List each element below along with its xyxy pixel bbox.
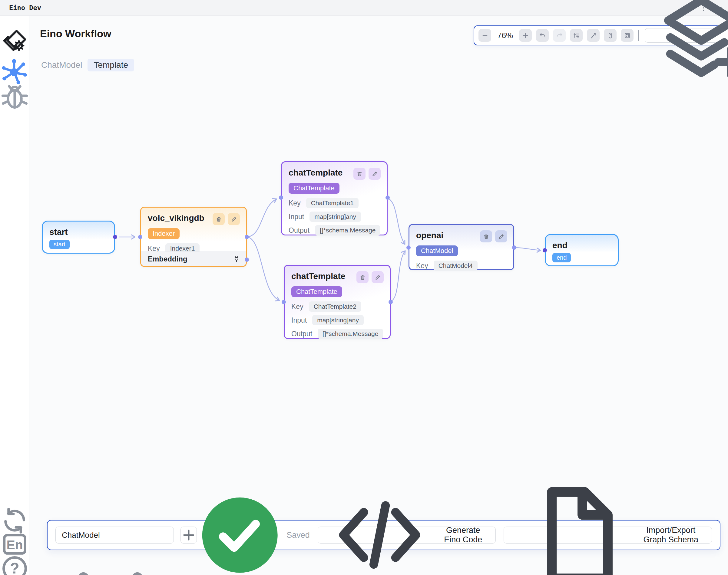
breadcrumb-template-active[interactable]: Template [88, 59, 134, 71]
generate-eino-code-button[interactable]: Generate Eino Code [318, 527, 496, 544]
chattemplate2-output-port[interactable] [388, 300, 393, 304]
undo-button[interactable] [536, 29, 549, 42]
redo-button [553, 29, 566, 42]
node-type-badge: ChatModel [416, 245, 458, 256]
edit-icon [498, 233, 505, 240]
edit-icon [372, 171, 378, 177]
magic-wand-button[interactable] [587, 29, 600, 42]
import-export-graph-schema-button[interactable]: Import/Export Graph Schema [504, 527, 712, 544]
field-label: Input [291, 316, 307, 325]
bottom-action-bar: ChatModel Saved Generate Eino Code Impor… [47, 520, 721, 550]
add-type-button[interactable] [181, 527, 197, 544]
edit-icon [375, 274, 381, 280]
node-field-row: KeyChatTemplate1 [289, 198, 380, 208]
minimap-button[interactable] [621, 29, 634, 42]
breadcrumb-chatmodel[interactable]: ChatModel [40, 59, 83, 71]
node-title: end [552, 240, 568, 250]
eino-logo-icon [0, 27, 29, 56]
code-icon [325, 481, 434, 575]
start-output-port[interactable] [113, 235, 117, 239]
check-circle-icon [197, 492, 283, 575]
zoom-out-button[interactable] [478, 29, 491, 42]
field-value: ChatModel4 [434, 261, 478, 271]
field-label: Key [291, 303, 304, 311]
node-type-select[interactable]: ChatModel [56, 527, 174, 544]
node-type-badge: Indexer [148, 228, 180, 239]
node-chatTemplate2[interactable]: chatTemplateChatTemplateKeyChatTemplate2… [284, 265, 391, 339]
mouse-icon [607, 32, 614, 39]
field-value: ChatTemplate1 [306, 198, 358, 208]
vertical-layout-icon [573, 32, 580, 39]
field-label: Output [289, 226, 310, 235]
volc-vikingdb-embedding-port[interactable] [245, 258, 249, 262]
delete-node-button[interactable] [356, 271, 369, 283]
node-title: chatTemplate [289, 168, 343, 178]
help-icon: ? [0, 554, 29, 575]
delete-node-button[interactable] [213, 213, 225, 225]
plug-icon [232, 255, 241, 263]
trash-icon [483, 233, 489, 240]
edit-node-button[interactable] [495, 230, 507, 242]
layers-plus-icon [652, 0, 728, 85]
sidebar-item-debug[interactable] [0, 82, 29, 111]
field-value: map[string]any [310, 211, 361, 222]
chattemplate1-input-port[interactable] [279, 196, 283, 200]
field-value: []*schema.Message [318, 329, 383, 339]
node-type-badge: ChatTemplate [291, 286, 342, 297]
redo-icon [556, 32, 563, 39]
trash-icon [359, 274, 366, 280]
minimap-icon [624, 32, 631, 39]
zoom-in-button[interactable] [519, 29, 532, 42]
document-icon [511, 474, 633, 575]
delete-node-button[interactable] [480, 230, 492, 242]
node-type-badge: start [50, 240, 70, 249]
field-label: Input [289, 213, 304, 221]
node-start[interactable]: startstart [42, 221, 115, 253]
plus-icon [522, 32, 529, 39]
edit-node-button[interactable] [372, 271, 384, 283]
node-openai[interactable]: openaiChatModelKeyChatModel4 [409, 224, 514, 270]
node-end[interactable]: endend [545, 234, 619, 266]
save-status: Saved [197, 492, 310, 575]
chattemplate1-output-port[interactable] [385, 196, 390, 200]
volc-vikingdb-input-port[interactable] [138, 235, 142, 239]
field-label: Key [289, 199, 301, 207]
node-volc_vikingdb[interactable]: volc_vikingdbIndexerKeyIndexer1Embedding [140, 207, 247, 267]
undo-icon [539, 32, 546, 39]
zoom-level: 76% [496, 31, 515, 40]
bug-icon [0, 82, 29, 111]
pan-mode-button[interactable] [604, 29, 616, 42]
svg-text:?: ? [10, 560, 20, 575]
minus-icon [481, 32, 488, 39]
node-type-badge: ChatTemplate [289, 183, 340, 194]
window-titlebar: Eino Dev [0, 0, 728, 16]
embedding-label: Embedding [148, 255, 187, 263]
edit-icon [231, 216, 237, 223]
openai-input-port[interactable] [406, 245, 411, 250]
edit-node-button[interactable] [228, 213, 240, 225]
trash-icon [356, 171, 363, 177]
window-title: Eino Dev [9, 4, 41, 11]
node-chatTemplate1[interactable]: chatTemplateChatTemplateKeyChatTemplate1… [281, 161, 388, 235]
sidebar: En ? [0, 16, 29, 575]
breadcrumb: ChatModel Template [40, 59, 134, 71]
node-field-row: Output[]*schema.Message [289, 225, 380, 235]
node-field-row: KeyChatModel4 [416, 261, 507, 271]
volc-vikingdb-output-port[interactable] [245, 235, 249, 239]
chattemplate2-input-port[interactable] [282, 300, 286, 304]
node-title: start [50, 227, 68, 237]
page-title: Eino Workflow [40, 28, 111, 40]
openai-output-port[interactable] [512, 245, 516, 250]
delete-node-button[interactable] [353, 168, 366, 180]
node-field-row: KeyChatTemplate2 [291, 301, 383, 312]
edit-node-button[interactable] [369, 168, 381, 180]
node-embedding-section[interactable]: Embedding [141, 251, 246, 266]
add-node-button[interactable]: Add node [645, 28, 728, 43]
node-title: openai [416, 230, 443, 241]
auto-layout-button[interactable] [570, 29, 583, 42]
end-input-port[interactable] [543, 248, 547, 252]
field-label: Output [291, 330, 312, 338]
field-label: Key [416, 262, 428, 270]
field-value: []*schema.Message [315, 225, 380, 235]
sidebar-item-help[interactable]: ? [0, 554, 29, 575]
